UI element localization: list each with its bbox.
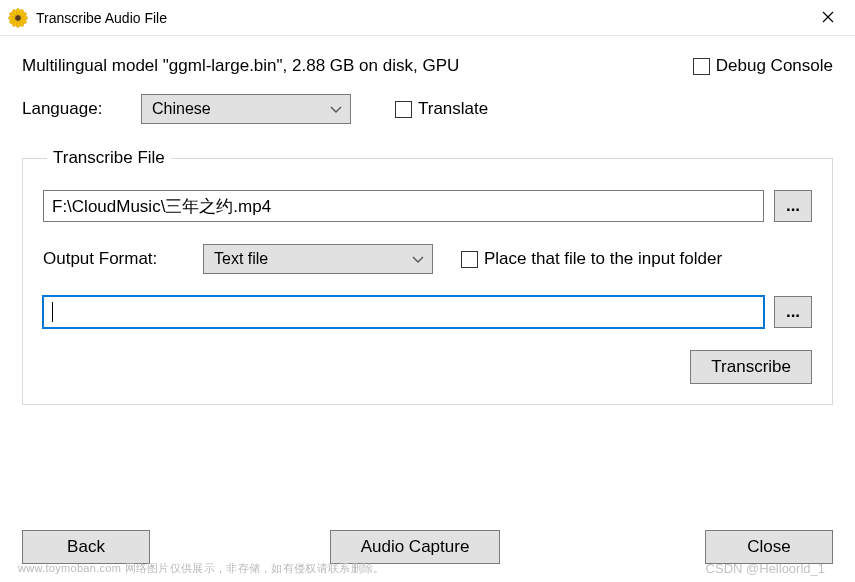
place-in-folder-checkbox[interactable]: Place that file to the input folder — [461, 249, 722, 269]
group-legend: Transcribe File — [47, 148, 171, 168]
output-format-select[interactable]: Text file — [203, 244, 433, 274]
titlebar: Transcribe Audio File — [0, 0, 855, 36]
chevron-down-icon — [412, 250, 424, 268]
translate-label: Translate — [418, 99, 488, 119]
language-select[interactable]: Chinese — [141, 94, 351, 124]
close-button[interactable]: Close — [705, 530, 833, 564]
window-title: Transcribe Audio File — [36, 10, 167, 26]
debug-console-label: Debug Console — [716, 56, 833, 76]
browse-output-button[interactable]: ... — [774, 296, 812, 328]
transcribe-file-group: Transcribe File ... Output Format: Text … — [22, 148, 833, 405]
checkbox-icon — [395, 101, 412, 118]
svg-point-13 — [15, 15, 20, 20]
app-icon — [8, 8, 28, 28]
place-in-folder-label: Place that file to the input folder — [484, 249, 722, 269]
output-format-label: Output Format: — [43, 249, 193, 269]
close-icon — [822, 9, 834, 27]
text-caret — [52, 302, 53, 322]
language-selected-value: Chinese — [152, 100, 211, 118]
debug-console-checkbox[interactable]: Debug Console — [693, 56, 833, 76]
window-close-button[interactable] — [805, 2, 851, 34]
model-info-text: Multilingual model "ggml-large.bin", 2.8… — [22, 56, 459, 76]
watermark-right: CSDN @Helloorld_1 — [706, 561, 825, 576]
checkbox-icon — [461, 251, 478, 268]
output-format-selected-value: Text file — [214, 250, 268, 268]
transcribe-button[interactable]: Transcribe — [690, 350, 812, 384]
output-path-field[interactable] — [43, 296, 764, 328]
language-label: Language: — [22, 99, 127, 119]
input-path-field[interactable] — [43, 190, 764, 222]
back-button[interactable]: Back — [22, 530, 150, 564]
browse-input-button[interactable]: ... — [774, 190, 812, 222]
audio-capture-button[interactable]: Audio Capture — [330, 530, 500, 564]
checkbox-icon — [693, 58, 710, 75]
watermark-left: www.toymoban.com 网络图片仅供展示，非存储，如有侵权请联系删除。 — [18, 561, 384, 576]
translate-checkbox[interactable]: Translate — [395, 99, 488, 119]
chevron-down-icon — [330, 100, 342, 118]
